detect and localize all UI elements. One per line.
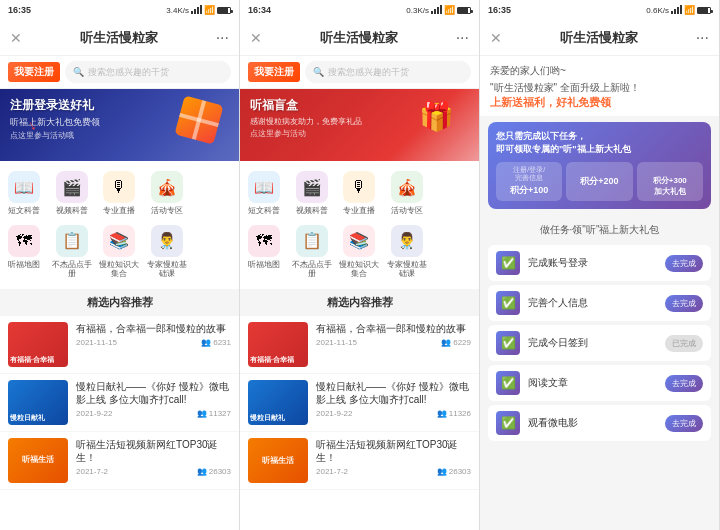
icon-handbook-1[interactable]: 📋 不杰品点手册 bbox=[48, 223, 96, 281]
badge-0: 注册/登录/完善信息 积分+100 bbox=[496, 162, 562, 201]
search-input-2[interactable]: 🔍 搜索您感兴趣的干货 bbox=[305, 61, 471, 83]
banner-title-1: 注册登录送好礼 bbox=[10, 97, 100, 114]
thumb-1-2: 听福生活 bbox=[8, 438, 68, 483]
icon-expert-1[interactable]: 👨‍⚕️ 专家慢粒基础课 bbox=[143, 223, 191, 281]
content-list-2: 有福福·合幸福 有福福，合幸福一郎和慢粒的故事 2021-11-15 👥 622… bbox=[240, 316, 479, 530]
task-btn-0[interactable]: 去完成 bbox=[665, 255, 703, 272]
search-input-1[interactable]: 🔍 搜索您感兴趣的干货 bbox=[65, 61, 231, 83]
icon-knowledge-1[interactable]: 📚 慢粒知识大集合 bbox=[96, 223, 144, 281]
content-item-1-1[interactable]: 慢粒日献礼 慢粒日献礼——《你好 慢粒》微电影上线 多位大咖齐打call! 20… bbox=[0, 374, 239, 432]
icon-map-2[interactable]: 🗺 听福地图 bbox=[240, 223, 288, 281]
date-2-1: 2021-9-22 bbox=[316, 409, 352, 418]
task-icon-3: ✅ bbox=[496, 371, 520, 395]
icon-live-1[interactable]: 🎙 专业直播 bbox=[96, 169, 144, 218]
icon-video-1[interactable]: 🎬 视频科普 bbox=[48, 169, 96, 218]
views-1-0: 👥 6231 bbox=[201, 338, 231, 347]
content-item-2-1[interactable]: 慢粒日献礼 慢粒日献礼——《你好 慢粒》微电影上线 多位大咖齐打call! 20… bbox=[240, 374, 479, 432]
icon-expert-2[interactable]: 👨‍⚕️ 专家慢粒基础课 bbox=[383, 223, 431, 281]
task-icon-2: ✅ bbox=[496, 331, 520, 355]
app-title-3: 听生活慢粒家 bbox=[502, 29, 696, 47]
menu-icon-3[interactable]: ··· bbox=[696, 29, 709, 47]
icon-empty-1 bbox=[191, 169, 239, 218]
icon-handbook-2[interactable]: 📋 不杰品点手册 bbox=[288, 223, 336, 281]
icon-empty-2 bbox=[431, 169, 479, 218]
status-bar-3: 16:35 0.6K/s 📶 bbox=[480, 0, 719, 20]
app-title-1: 听生活慢粒家 bbox=[22, 29, 216, 47]
status-icons-2: 0.3K/s 📶 bbox=[406, 5, 471, 15]
thumb-text-2-1: 慢粒日献礼 bbox=[250, 414, 306, 422]
icon-short-article-2[interactable]: 📖 短文科普 bbox=[240, 169, 288, 218]
icon-extra-2 bbox=[431, 223, 479, 281]
status-bar-1: 16:35 3.4K/s 📶 bbox=[0, 0, 239, 20]
close-icon-1[interactable]: ✕ bbox=[10, 30, 22, 46]
content-item-2-2[interactable]: 听福生活 听福生活短视频新网红TOP30诞生！ 2021-7-2 👥 26303 bbox=[240, 432, 479, 490]
task-text-1: 完善个人信息 bbox=[528, 296, 657, 310]
app-header-1: ✕ 听生活慢粒家 ··· bbox=[0, 20, 239, 56]
progress-desc1: 您只需完成以下任务， bbox=[496, 131, 586, 141]
task-icon-1: ✅ bbox=[496, 291, 520, 315]
views-2-0: 👥 6229 bbox=[441, 338, 471, 347]
progress-desc2: 即可领取专属的"听"福上新大礼包 bbox=[496, 144, 631, 154]
icon-map-1[interactable]: 🗺 听福地图 bbox=[0, 223, 48, 281]
task-item-3[interactable]: ✅ 阅读文章 去完成 bbox=[488, 365, 711, 401]
icon-knowledge-2[interactable]: 📚 慢粒知识大集合 bbox=[336, 223, 384, 281]
menu-icon-1[interactable]: ··· bbox=[216, 29, 229, 47]
thumb-text-2-0: 有福福·合幸福 bbox=[250, 356, 306, 364]
icon-activity-2[interactable]: 🎪 活动专区 bbox=[383, 169, 431, 218]
task-item-2[interactable]: ✅ 完成今日签到 已完成 bbox=[488, 325, 711, 361]
task-btn-3[interactable]: 去完成 bbox=[665, 375, 703, 392]
blind-box-icon: 🎁 bbox=[419, 100, 469, 133]
date-1-0: 2021-11-15 bbox=[76, 338, 117, 347]
content-item-2-0[interactable]: 有福福·合幸福 有福福，合幸福一郎和慢粒的故事 2021-11-15 👥 622… bbox=[240, 316, 479, 374]
banner-decoration-2: 🎁 bbox=[419, 100, 469, 150]
date-1-2: 2021-7-2 bbox=[76, 467, 108, 476]
close-icon-2[interactable]: ✕ bbox=[250, 30, 262, 46]
progress-badges: 注册/登录/完善信息 积分+100 积分+200 积分+300加大礼包 bbox=[496, 162, 703, 201]
task-btn-1[interactable]: 去完成 bbox=[665, 295, 703, 312]
icon-video-2[interactable]: 🎬 视频科普 bbox=[288, 169, 336, 218]
content-title-1-0: 有福福，合幸福一郎和慢粒的故事 bbox=[76, 322, 231, 335]
close-icon-3[interactable]: ✕ bbox=[490, 30, 502, 46]
task-section: 做任务·领"听"福上新大礼包 ✅ 完成账号登录 去完成 ✅ 完善个人信息 去完成… bbox=[480, 215, 719, 449]
section-title-1: 精选内容推荐 bbox=[0, 289, 239, 316]
panel3-content-header: 亲爱的家人们哟~ "听生活慢粒家" 全面升级上新啦！ 上新送福利，好礼免费领 bbox=[480, 56, 719, 116]
menu-icon-2[interactable]: ··· bbox=[456, 29, 469, 47]
content-item-1-2[interactable]: 听福生活 听福生活短视频新网红TOP30诞生！ 2021-7-2 👥 26303 bbox=[0, 432, 239, 490]
task-item-0[interactable]: ✅ 完成账号登录 去完成 bbox=[488, 245, 711, 281]
badge-label-1 bbox=[572, 166, 626, 174]
icon-short-article-1[interactable]: 📖 短文科普 bbox=[0, 169, 48, 218]
register-tab-1[interactable]: 我要注册 bbox=[8, 62, 60, 82]
wifi-icon-1: 📶 bbox=[204, 5, 215, 15]
signal-1 bbox=[191, 6, 202, 14]
progress-title: 您只需完成以下任务， 即可领取专属的"听"福上新大礼包 bbox=[496, 130, 703, 156]
task-btn-4[interactable]: 去完成 bbox=[665, 415, 703, 432]
app-header-3: ✕ 听生活慢粒家 ··· bbox=[480, 20, 719, 56]
content-item-1-0[interactable]: 有福福·合幸福 有福福，合幸福一郎和慢粒的故事 2021-11-15 👥 623… bbox=[0, 316, 239, 374]
task-icon-4: ✅ bbox=[496, 411, 520, 435]
banner-subtitle-1: 听福上新大礼包免费领 bbox=[10, 116, 100, 129]
battery-1 bbox=[217, 7, 231, 14]
views-2-2: 👥 26303 bbox=[437, 467, 471, 476]
banner-1[interactable]: 注册登录送好礼 听福上新大礼包免费领 点这里参与活动哦 ↓ bbox=[0, 89, 239, 161]
wifi-icon-3: 📶 bbox=[684, 5, 695, 15]
task-text-0: 完成账号登录 bbox=[528, 256, 657, 270]
icon-activity-1[interactable]: 🎪 活动专区 bbox=[143, 169, 191, 218]
icon-extra-1 bbox=[191, 223, 239, 281]
task-item-4[interactable]: ✅ 观看微电影 去完成 bbox=[488, 405, 711, 441]
status-icons-1: 3.4K/s 📶 bbox=[166, 5, 231, 15]
task-btn-2: 已完成 bbox=[665, 335, 703, 352]
task-item-1[interactable]: ✅ 完善个人信息 去完成 bbox=[488, 285, 711, 321]
content-title-2-1: 慢粒日献礼——《你好 慢粒》微电影上线 多位大咖齐打call! bbox=[316, 380, 471, 406]
badge-value-0: 积分+100 bbox=[502, 184, 556, 197]
content-info-1-2: 听福生活短视频新网红TOP30诞生！ 2021-7-2 👥 26303 bbox=[76, 438, 231, 476]
register-tab-2[interactable]: 我要注册 bbox=[248, 62, 300, 82]
content-list-1: 有福福·合幸福 有福福，合幸福一郎和慢粒的故事 2021-11-15 👥 623… bbox=[0, 316, 239, 530]
icon-live-2[interactable]: 🎙 专业直播 bbox=[336, 169, 384, 218]
badge-2: 积分+300加大礼包 bbox=[637, 162, 703, 201]
content-info-2-0: 有福福，合幸福一郎和慢粒的故事 2021-11-15 👥 6229 bbox=[316, 322, 471, 347]
icon-grid-1: 📖 短文科普 🎬 视频科普 🎙 专业直播 🎪 活动专区 🗺 听福地图 📋 不杰品… bbox=[0, 161, 239, 289]
search-bar-2: 我要注册 🔍 搜索您感兴趣的干货 bbox=[240, 56, 479, 89]
subtitle1: "听生活慢粒家" 全面升级上新啦！ bbox=[490, 81, 709, 95]
badge-value-2: 积分+300加大礼包 bbox=[643, 175, 697, 197]
banner-2[interactable]: 听福盲盒 感谢慢粒病友助力，免费享礼品 点这里参与活动 🎁 bbox=[240, 89, 479, 161]
